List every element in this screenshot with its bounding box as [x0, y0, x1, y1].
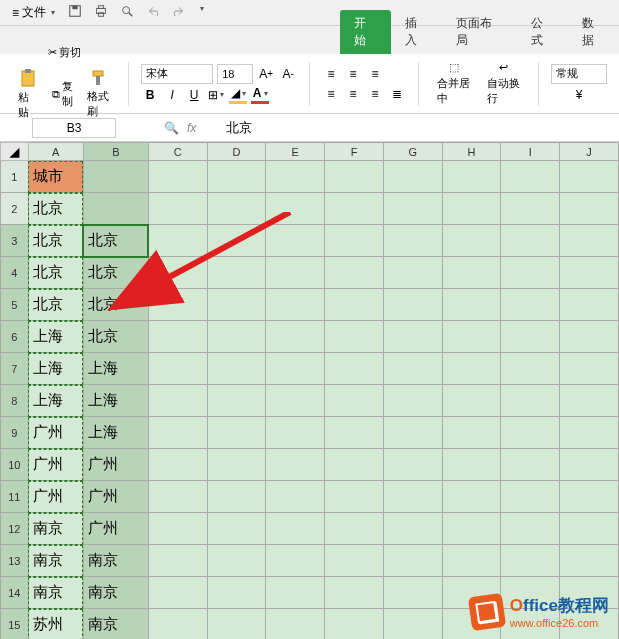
formula-input[interactable]: [222, 118, 615, 138]
cell[interactable]: [325, 193, 384, 225]
row-header[interactable]: 1: [1, 161, 29, 193]
cell[interactable]: [207, 385, 266, 417]
cell[interactable]: 广州: [83, 481, 148, 513]
cell[interactable]: [383, 417, 442, 449]
cell[interactable]: 广州: [28, 417, 83, 449]
cell[interactable]: [207, 289, 266, 321]
cell[interactable]: [501, 225, 560, 257]
cell[interactable]: [442, 545, 501, 577]
cell[interactable]: [148, 545, 207, 577]
cell[interactable]: [442, 353, 501, 385]
cell[interactable]: [207, 577, 266, 609]
tab-data[interactable]: 数据: [568, 10, 619, 54]
copy-button[interactable]: ⧉ 复制: [48, 77, 77, 111]
row-header[interactable]: 12: [1, 513, 29, 545]
cell[interactable]: 北京: [83, 257, 148, 289]
row-header[interactable]: 8: [1, 385, 29, 417]
cell[interactable]: [148, 289, 207, 321]
cell[interactable]: [442, 385, 501, 417]
row-header[interactable]: 11: [1, 481, 29, 513]
cell[interactable]: [325, 257, 384, 289]
cell[interactable]: [207, 449, 266, 481]
font-size-select[interactable]: [217, 64, 253, 84]
cell[interactable]: 广州: [28, 449, 83, 481]
cell[interactable]: [501, 257, 560, 289]
cell[interactable]: [266, 161, 325, 193]
row-header[interactable]: 13: [1, 545, 29, 577]
undo-icon[interactable]: [143, 2, 163, 23]
cell[interactable]: [383, 449, 442, 481]
file-menu[interactable]: ≡ 文件 ▾: [6, 2, 61, 23]
cell[interactable]: [266, 225, 325, 257]
cell[interactable]: [383, 353, 442, 385]
cell[interactable]: [442, 257, 501, 289]
cell[interactable]: [266, 289, 325, 321]
row-header[interactable]: 7: [1, 353, 29, 385]
col-header-G[interactable]: G: [383, 143, 442, 161]
wrap-text-button[interactable]: ↩ 自动换行: [481, 57, 527, 110]
col-header-J[interactable]: J: [560, 143, 619, 161]
cell[interactable]: [148, 161, 207, 193]
cell[interactable]: [501, 545, 560, 577]
cell[interactable]: [148, 417, 207, 449]
cell[interactable]: 上海: [28, 321, 83, 353]
cell[interactable]: [383, 481, 442, 513]
row-header[interactable]: 5: [1, 289, 29, 321]
cell[interactable]: [501, 449, 560, 481]
indent-icon[interactable]: ≣: [388, 85, 406, 103]
cell[interactable]: [266, 481, 325, 513]
cell[interactable]: [325, 513, 384, 545]
cell[interactable]: 北京: [28, 257, 83, 289]
cell[interactable]: [442, 417, 501, 449]
cell[interactable]: [383, 577, 442, 609]
cell[interactable]: [325, 225, 384, 257]
cell[interactable]: [501, 353, 560, 385]
bold-button[interactable]: B: [141, 86, 159, 104]
cell[interactable]: [442, 193, 501, 225]
redo-icon[interactable]: [169, 2, 189, 23]
cell[interactable]: 上海: [28, 385, 83, 417]
border-button[interactable]: ⊞▾: [207, 86, 225, 104]
tab-formulas[interactable]: 公式: [517, 10, 568, 54]
cell[interactable]: [266, 449, 325, 481]
cell[interactable]: [383, 513, 442, 545]
cell[interactable]: [266, 385, 325, 417]
cell[interactable]: [207, 193, 266, 225]
qat-more-icon[interactable]: ▾: [197, 2, 207, 23]
merge-center-button[interactable]: ⬚ 合并居中: [431, 57, 477, 110]
format-painter-button[interactable]: 格式刷: [81, 65, 116, 123]
col-header-H[interactable]: H: [442, 143, 501, 161]
cell[interactable]: [383, 385, 442, 417]
underline-button[interactable]: U: [185, 86, 203, 104]
cell[interactable]: [207, 513, 266, 545]
cell[interactable]: 南京: [28, 577, 83, 609]
cell[interactable]: 北京: [28, 193, 83, 225]
cell[interactable]: [383, 225, 442, 257]
row-header[interactable]: 10: [1, 449, 29, 481]
increase-font-icon[interactable]: A+: [257, 65, 275, 83]
row-header[interactable]: 15: [1, 609, 29, 640]
col-header-I[interactable]: I: [501, 143, 560, 161]
fill-color-button[interactable]: ◢▾: [229, 86, 247, 104]
col-header-C[interactable]: C: [148, 143, 207, 161]
cell[interactable]: 北京: [83, 225, 148, 257]
cell[interactable]: [266, 545, 325, 577]
preview-icon[interactable]: [117, 2, 137, 23]
number-format-select[interactable]: [551, 64, 607, 84]
cell[interactable]: [442, 225, 501, 257]
align-right-icon[interactable]: ≡: [366, 85, 384, 103]
cell[interactable]: 广州: [83, 449, 148, 481]
cell[interactable]: [560, 161, 619, 193]
cell[interactable]: [266, 577, 325, 609]
cell[interactable]: [442, 481, 501, 513]
cell[interactable]: [383, 321, 442, 353]
cell[interactable]: [207, 609, 266, 640]
decrease-font-icon[interactable]: A-: [279, 65, 297, 83]
cell[interactable]: [501, 385, 560, 417]
cell[interactable]: 上海: [83, 417, 148, 449]
row-header[interactable]: 4: [1, 257, 29, 289]
cell[interactable]: [325, 161, 384, 193]
cell[interactable]: 南京: [28, 513, 83, 545]
cell[interactable]: [501, 193, 560, 225]
cell[interactable]: [148, 257, 207, 289]
